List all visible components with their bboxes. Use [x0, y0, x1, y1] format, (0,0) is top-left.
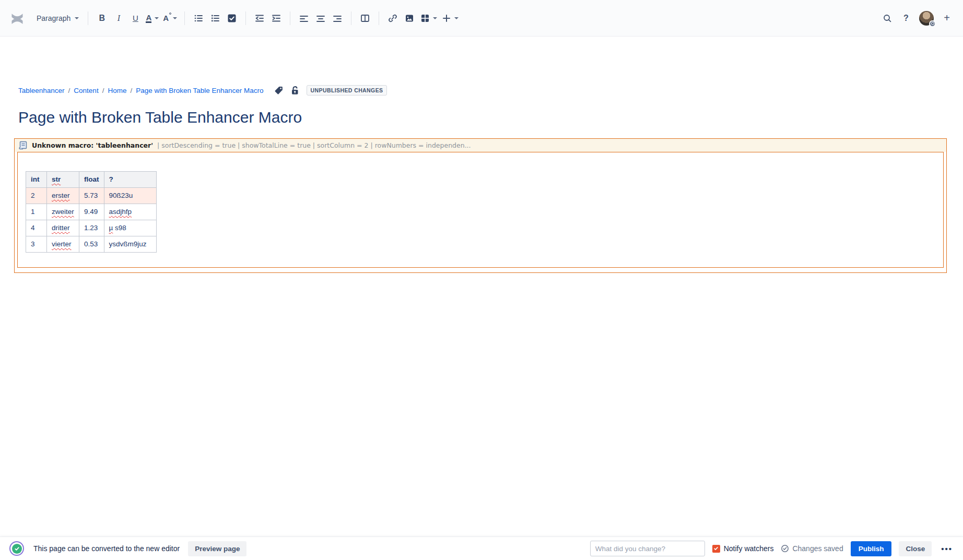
align-right-button[interactable]: [330, 10, 345, 26]
chevron-down-icon: [433, 17, 437, 19]
breadcrumb-separator: /: [130, 87, 132, 94]
cell: ysdvßm9juz: [104, 236, 156, 253]
toolbar-divider: [245, 11, 246, 25]
cell: 90ß23u: [104, 188, 156, 204]
toolbar-divider: [379, 11, 379, 25]
numbered-list-button[interactable]: [207, 10, 223, 26]
align-center-icon: [315, 13, 326, 23]
more-actions-button[interactable]: •••: [939, 544, 955, 553]
table-row: 3 vierter 0.53 ysdvßm9juz: [26, 236, 157, 253]
notify-watchers-label: Notify watchers: [724, 544, 774, 553]
search-icon: [882, 13, 892, 23]
cell: 1: [26, 204, 47, 220]
cell: 5.73: [79, 188, 104, 204]
link-icon: [387, 13, 398, 23]
breadcrumb-page-link[interactable]: Page with Broken Table Enhancer Macro: [136, 87, 263, 94]
confluence-logo-icon: [9, 11, 25, 26]
breadcrumb-home-link[interactable]: Home: [108, 87, 126, 94]
user-avatar[interactable]: [919, 11, 934, 26]
more-formatting-icon: A: [163, 14, 169, 22]
insert-link-button[interactable]: [385, 10, 401, 26]
create-button[interactable]: +: [939, 10, 955, 26]
paragraph-style-label: Paragraph: [37, 14, 71, 22]
chevron-down-icon: [75, 17, 79, 19]
page-title[interactable]: Page with Broken Table Enhancer Macro: [18, 109, 302, 126]
chevron-down-icon: [454, 17, 459, 19]
preview-page-button[interactable]: Preview page: [188, 541, 246, 556]
convert-message: This page can be converted to the new ed…: [33, 544, 180, 553]
help-button[interactable]: ?: [898, 10, 914, 26]
close-button[interactable]: Close: [899, 541, 932, 556]
insert-more-dropdown[interactable]: [440, 10, 460, 26]
image-icon: [404, 13, 415, 23]
macro-body: int str float ? 2 erster 5.73 90ß23u 1 z…: [17, 152, 944, 268]
breadcrumb-content-link[interactable]: Content: [74, 87, 98, 94]
bold-button[interactable]: B: [94, 10, 110, 26]
column-header-float: float: [79, 172, 104, 188]
unknown-macro-placeholder[interactable]: Unknown macro: 'tableenhancer' | sortDes…: [14, 138, 947, 273]
column-header-str: str: [47, 172, 79, 188]
page-layout-icon: [360, 13, 370, 23]
column-header-int: int: [26, 172, 47, 188]
plus-icon: [441, 13, 452, 23]
indent-button[interactable]: [268, 10, 284, 26]
cell: asdjhfp: [104, 204, 156, 220]
table-row: 1 zweiter 9.49 asdjhfp: [26, 204, 157, 220]
paragraph-style-dropdown[interactable]: Paragraph: [33, 10, 82, 26]
text-color-icon: A: [146, 14, 151, 23]
changes-saved-status: Changes saved: [781, 544, 843, 553]
table-icon: [420, 13, 430, 23]
macro-title: Unknown macro: 'tableenhancer': [32, 141, 153, 149]
macro-scroll-icon: [19, 141, 28, 150]
underline-button[interactable]: U: [127, 10, 143, 26]
toolbar-divider: [351, 11, 351, 25]
search-button[interactable]: [879, 10, 895, 26]
toolbar-divider: [88, 11, 88, 25]
insert-image-button[interactable]: [402, 10, 417, 26]
more-formatting-dropdown[interactable]: A: [161, 10, 179, 26]
breadcrumb: Tableenhancer / Content / Home / Page wi…: [18, 85, 387, 96]
unlock-icon[interactable]: [289, 85, 300, 96]
bullet-list-button[interactable]: [191, 10, 206, 26]
align-right-icon: [332, 13, 343, 23]
breadcrumb-separator: /: [68, 87, 71, 94]
numbered-list-icon: [210, 13, 220, 23]
align-left-icon: [299, 13, 309, 23]
cell: 9.49: [79, 204, 104, 220]
table-row: 4 dritter 1.23 µ s98: [26, 220, 157, 236]
notify-watchers-toggle[interactable]: Notify watchers: [712, 544, 774, 553]
cell: zweiter: [47, 204, 79, 220]
macro-params: | sortDescending = true | showTotalLine …: [157, 141, 471, 149]
page-layout-button[interactable]: [357, 10, 373, 26]
editor-toolbar: Paragraph B I U A A: [0, 0, 963, 37]
convert-check-icon: [9, 541, 24, 556]
task-list-icon: [227, 13, 237, 23]
cell: vierter: [47, 236, 79, 253]
changes-saved-label: Changes saved: [792, 544, 843, 553]
unpublished-changes-badge: UNPUBLISHED CHANGES: [307, 85, 387, 96]
notify-watchers-checkbox[interactable]: [712, 545, 720, 553]
italic-button[interactable]: I: [111, 10, 126, 26]
labels-tag-icon[interactable]: [274, 85, 284, 96]
toolbar-divider: [184, 11, 185, 25]
align-left-button[interactable]: [296, 10, 312, 26]
cell: 0.53: [79, 236, 104, 253]
column-header-question: ?: [104, 172, 156, 188]
cell: 3: [26, 236, 47, 253]
table-header-row: int str float ?: [26, 172, 157, 188]
chevron-down-icon: [155, 17, 159, 19]
text-color-dropdown[interactable]: A: [144, 10, 160, 26]
macro-header: Unknown macro: 'tableenhancer' | sortDes…: [15, 139, 946, 152]
cell: 4: [26, 220, 47, 236]
cell: 1.23: [79, 220, 104, 236]
outdent-button[interactable]: [252, 10, 267, 26]
align-center-button[interactable]: [313, 10, 328, 26]
version-comment-input[interactable]: [590, 541, 705, 556]
indent-icon: [271, 13, 281, 23]
saved-check-icon: [781, 544, 789, 553]
publish-button[interactable]: Publish: [851, 541, 892, 556]
cell: dritter: [47, 220, 79, 236]
breadcrumb-space-link[interactable]: Tableenhancer: [18, 87, 65, 94]
insert-table-dropdown[interactable]: [418, 10, 439, 26]
task-list-button[interactable]: [224, 10, 240, 26]
